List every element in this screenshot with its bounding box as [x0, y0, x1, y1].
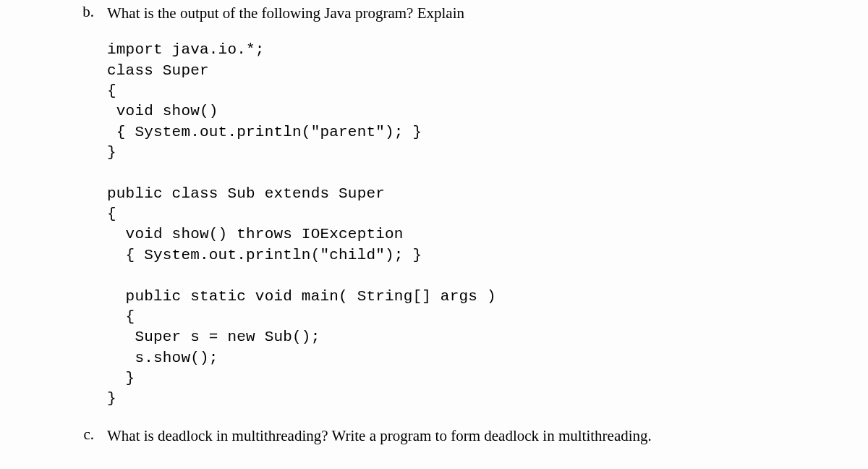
code-block-java: import java.io.*; class Super { void sho…	[107, 40, 839, 409]
question-c-label: c.	[58, 426, 107, 444]
question-c: c. What is deadlock in multithreading? W…	[58, 426, 839, 447]
question-b-text: What is the output of the following Java…	[107, 3, 839, 24]
question-b-label: b.	[58, 3, 107, 21]
question-c-text: What is deadlock in multithreading? Writ…	[107, 426, 839, 447]
question-b: b. What is the output of the following J…	[58, 3, 839, 24]
exam-page: b. What is the output of the following J…	[0, 0, 868, 464]
